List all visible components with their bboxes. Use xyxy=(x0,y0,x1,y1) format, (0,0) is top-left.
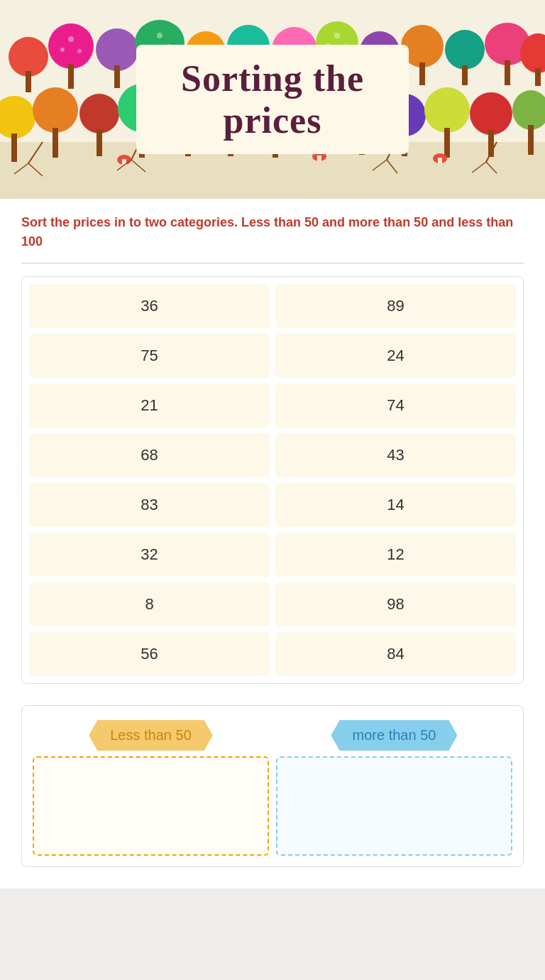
category-less-than-50: Less than 50 xyxy=(33,720,269,856)
svg-point-56 xyxy=(60,48,65,52)
svg-rect-5 xyxy=(68,64,74,89)
number-cell[interactable]: 74 xyxy=(275,383,516,428)
title-box: Sorting the prices xyxy=(136,45,409,154)
less-than-50-dropzone[interactable] xyxy=(33,756,269,856)
svg-rect-53 xyxy=(528,125,534,155)
page-title: Sorting the prices xyxy=(181,58,364,141)
sort-container: Less than 50 more than 50 xyxy=(21,705,524,867)
number-grid-container: 3689752421746843831432128985684 xyxy=(21,276,524,684)
svg-point-48 xyxy=(424,87,470,133)
svg-rect-68 xyxy=(438,158,442,163)
svg-point-2 xyxy=(9,37,48,77)
svg-rect-33 xyxy=(97,129,102,156)
svg-rect-25 xyxy=(505,60,510,85)
svg-point-30 xyxy=(33,87,78,133)
number-cell[interactable]: 12 xyxy=(275,533,516,577)
svg-rect-31 xyxy=(53,128,58,158)
main-content: Sort the prices in to two categories. Le… xyxy=(0,199,545,888)
number-grid: 3689752421746843831432128985684 xyxy=(29,284,516,676)
number-cell[interactable]: 75 xyxy=(29,334,270,378)
svg-rect-66 xyxy=(317,156,321,161)
number-cell[interactable]: 21 xyxy=(29,383,270,428)
svg-point-60 xyxy=(334,33,340,38)
svg-rect-3 xyxy=(26,71,31,92)
number-cell[interactable]: 89 xyxy=(275,284,516,328)
svg-point-54 xyxy=(68,36,74,42)
svg-point-4 xyxy=(48,23,94,69)
more-than-50-label: more than 50 xyxy=(331,720,458,751)
number-cell[interactable]: 56 xyxy=(29,632,270,676)
number-cell[interactable]: 98 xyxy=(275,582,516,626)
svg-point-50 xyxy=(470,92,512,135)
number-cell[interactable]: 43 xyxy=(275,433,516,477)
less-than-50-label: Less than 50 xyxy=(89,720,213,751)
number-cell[interactable]: 24 xyxy=(275,334,516,378)
number-cell[interactable]: 83 xyxy=(29,483,270,527)
section-divider xyxy=(21,263,524,263)
more-than-50-dropzone[interactable] xyxy=(276,756,512,856)
svg-point-6 xyxy=(96,28,138,71)
svg-rect-21 xyxy=(419,62,425,85)
category-more-than-50: more than 50 xyxy=(276,720,512,856)
header-banner: Sorting the prices xyxy=(0,0,545,199)
svg-rect-49 xyxy=(444,128,450,158)
number-cell[interactable]: 36 xyxy=(29,284,270,328)
number-cell[interactable]: 8 xyxy=(29,582,270,626)
svg-rect-23 xyxy=(462,65,468,85)
number-cell[interactable]: 84 xyxy=(275,632,516,676)
svg-rect-29 xyxy=(11,134,17,162)
svg-rect-27 xyxy=(535,68,541,86)
svg-point-55 xyxy=(77,49,82,53)
svg-point-57 xyxy=(157,33,163,38)
number-cell[interactable]: 14 xyxy=(275,483,516,527)
number-cell[interactable]: 68 xyxy=(29,433,270,477)
number-cell[interactable]: 32 xyxy=(29,533,270,577)
svg-rect-7 xyxy=(114,65,120,88)
svg-point-22 xyxy=(445,30,485,70)
svg-point-32 xyxy=(79,94,119,134)
instruction-text: Sort the prices in to two categories. Le… xyxy=(21,213,524,251)
